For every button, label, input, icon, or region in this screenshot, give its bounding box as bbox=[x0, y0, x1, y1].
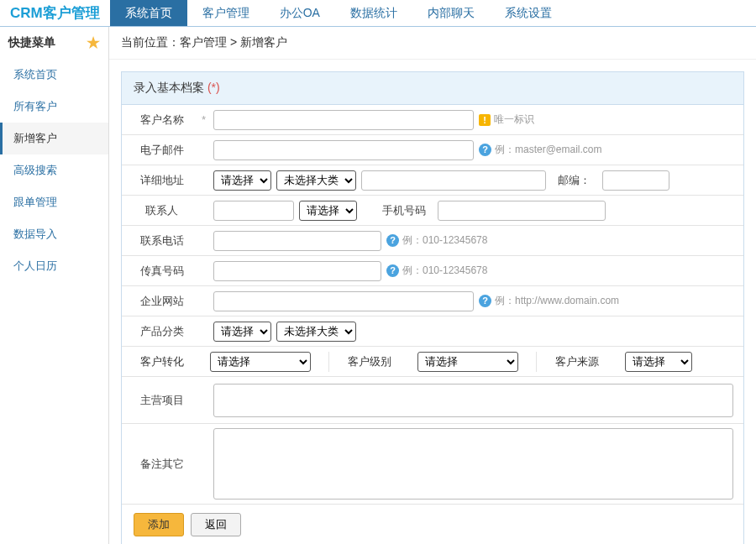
hint-unique-text: 唯一标识 bbox=[494, 112, 534, 127]
form-panel: 录入基本档案 (*) 客户名称 * ! 唯一标识 电子邮件 bbox=[121, 71, 744, 544]
hint-unique: ! 唯一标识 bbox=[479, 112, 534, 127]
hint-phone: ? 例：010-12345678 bbox=[386, 233, 487, 248]
action-bar: 添加 返回 bbox=[122, 505, 743, 544]
sidebar: 快捷菜单 ★ 系统首页 所有客户 新增客户 高级搜索 跟单管理 数据导入 个人日… bbox=[0, 27, 109, 544]
help-icon: ? bbox=[386, 234, 399, 247]
label-level: 客户级别 bbox=[329, 354, 409, 369]
hint-email-text: 例：master@email.com bbox=[495, 143, 602, 157]
row-address: 详细地址 请选择 未选择大类 邮编： bbox=[122, 165, 743, 196]
label-phone: 联系电话 bbox=[122, 233, 202, 248]
input-zip[interactable] bbox=[602, 170, 669, 191]
add-button[interactable]: 添加 bbox=[134, 513, 184, 536]
select-convert[interactable]: 请选择 bbox=[210, 352, 311, 372]
label-address: 详细地址 bbox=[122, 173, 202, 188]
nav-oa[interactable]: 办公OA bbox=[265, 0, 335, 26]
side-item-followup[interactable]: 跟单管理 bbox=[0, 186, 108, 218]
input-mobile[interactable] bbox=[438, 201, 606, 221]
nav-home[interactable]: 系统首页 bbox=[110, 0, 187, 26]
top-bar: CRM客户管理 系统首页 客户管理 办公OA 数据统计 内部聊天 系统设置 bbox=[0, 0, 756, 27]
label-website: 企业网站 bbox=[122, 294, 202, 309]
nav-settings[interactable]: 系统设置 bbox=[490, 0, 567, 26]
required-mark: * bbox=[202, 113, 213, 126]
label-name: 客户名称 bbox=[122, 112, 202, 128]
select-contact-title[interactable]: 请选择 bbox=[299, 201, 357, 221]
label-contact: 联系人 bbox=[122, 203, 202, 218]
nav-chat[interactable]: 内部聊天 bbox=[412, 0, 490, 26]
select-product-2[interactable]: 未选择大类 bbox=[276, 322, 356, 342]
textarea-mainbiz[interactable] bbox=[213, 384, 733, 417]
sidebar-title: 快捷菜单 bbox=[8, 35, 55, 50]
row-convert: 客户转化 请选择 客户级别 请选择 客户来源 请选择 bbox=[122, 347, 743, 377]
input-customer-name[interactable] bbox=[213, 110, 474, 130]
row-email: 电子邮件 ? 例：master@email.com bbox=[122, 135, 743, 165]
breadcrumb: 当前位置：客户管理 > 新增客户 bbox=[109, 27, 756, 60]
row-remark: 备注其它 bbox=[122, 424, 743, 505]
row-fax: 传真号码 ? 例：010-12345678 bbox=[122, 256, 743, 286]
row-name: 客户名称 * ! 唯一标识 bbox=[122, 105, 743, 135]
sidebar-header: 快捷菜单 ★ bbox=[0, 27, 108, 59]
input-phone[interactable] bbox=[213, 231, 381, 251]
help-icon: ? bbox=[386, 264, 399, 277]
hint-email: ? 例：master@email.com bbox=[479, 143, 602, 157]
select-category[interactable]: 未选择大类 bbox=[276, 170, 356, 191]
back-button[interactable]: 返回 bbox=[191, 513, 241, 536]
panel-title-text: 录入基本档案 bbox=[134, 81, 207, 94]
hint-fax-text: 例：010-12345678 bbox=[402, 264, 487, 278]
hint-fax: ? 例：010-12345678 bbox=[386, 264, 487, 278]
side-item-import[interactable]: 数据导入 bbox=[0, 218, 108, 250]
hint-website: ? 例：http://www.domain.com bbox=[479, 294, 619, 308]
label-mainbiz: 主营项目 bbox=[122, 393, 202, 408]
hint-website-text: 例：http://www.domain.com bbox=[495, 294, 619, 308]
row-mainbiz: 主营项目 bbox=[122, 377, 743, 424]
side-item-new-customer[interactable]: 新增客户 bbox=[0, 123, 108, 154]
label-product: 产品分类 bbox=[122, 324, 202, 339]
side-item-home[interactable]: 系统首页 bbox=[0, 59, 108, 91]
select-region[interactable]: 请选择 bbox=[213, 170, 271, 191]
label-email: 电子邮件 bbox=[122, 143, 202, 158]
label-fax: 传真号码 bbox=[122, 264, 202, 279]
label-zip: 邮编： bbox=[551, 173, 597, 188]
top-nav: 系统首页 客户管理 办公OA 数据统计 内部聊天 系统设置 bbox=[110, 0, 567, 26]
panel-title-req: (*) bbox=[207, 81, 220, 94]
textarea-remark[interactable] bbox=[213, 428, 733, 500]
label-remark: 备注其它 bbox=[122, 457, 202, 472]
side-item-all-customers[interactable]: 所有客户 bbox=[0, 91, 108, 123]
warning-icon: ! bbox=[479, 114, 491, 126]
hint-phone-text: 例：010-12345678 bbox=[402, 233, 487, 248]
input-contact[interactable] bbox=[213, 201, 294, 221]
nav-customer[interactable]: 客户管理 bbox=[187, 0, 265, 26]
side-item-advanced-search[interactable]: 高级搜索 bbox=[0, 154, 108, 186]
input-website[interactable] bbox=[213, 291, 474, 311]
label-convert: 客户转化 bbox=[122, 354, 202, 369]
select-source[interactable]: 请选择 bbox=[625, 352, 692, 372]
star-icon[interactable]: ★ bbox=[87, 34, 100, 52]
row-contact: 联系人 请选择 手机号码 bbox=[122, 196, 743, 226]
input-email[interactable] bbox=[213, 140, 474, 160]
row-website: 企业网站 ? 例：http://www.domain.com bbox=[122, 286, 743, 316]
select-level[interactable]: 请选择 bbox=[417, 352, 518, 372]
side-item-calendar[interactable]: 个人日历 bbox=[0, 250, 108, 282]
input-fax[interactable] bbox=[213, 261, 381, 281]
panel-title: 录入基本档案 (*) bbox=[122, 72, 743, 105]
help-icon: ? bbox=[479, 295, 491, 307]
select-product-1[interactable]: 请选择 bbox=[213, 322, 271, 342]
row-phone: 联系电话 ? 例：010-12345678 bbox=[122, 226, 743, 256]
help-icon: ? bbox=[479, 144, 491, 156]
main-content: 当前位置：客户管理 > 新增客户 录入基本档案 (*) 客户名称 * ! 唯一标… bbox=[109, 27, 756, 544]
label-source: 客户来源 bbox=[537, 354, 617, 369]
label-mobile: 手机号码 bbox=[375, 203, 433, 218]
brand-title: CRM客户管理 bbox=[0, 3, 110, 23]
input-address[interactable] bbox=[361, 170, 546, 191]
row-product: 产品分类 请选择 未选择大类 bbox=[122, 316, 743, 347]
nav-stats[interactable]: 数据统计 bbox=[335, 0, 412, 26]
